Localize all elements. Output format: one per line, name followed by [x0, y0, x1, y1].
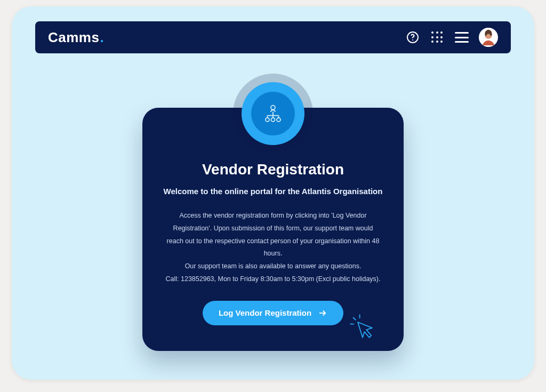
body-line-3: Call: 123852963, Mon to Friday 8:30am to…: [165, 273, 381, 286]
log-vendor-registration-button[interactable]: Log Vendor Registration: [203, 301, 343, 325]
org-chart-icon: [262, 102, 284, 125]
cta-label: Log Vendor Registration: [219, 308, 311, 317]
hamburger-menu-icon[interactable]: [454, 30, 469, 45]
svg-point-4: [271, 106, 275, 110]
brand-logo: Camms.: [48, 29, 104, 46]
user-avatar[interactable]: [479, 28, 498, 47]
card-badge: [233, 74, 313, 154]
top-navbar: Camms.: [35, 21, 511, 53]
svg-point-12: [277, 118, 280, 122]
svg-point-10: [266, 118, 269, 122]
apps-grid-icon[interactable]: [430, 30, 445, 45]
arrow-right-icon: [318, 308, 327, 318]
body-line-1: Access the vendor registration form by c…: [165, 210, 381, 260]
card-subtitle: Welcome to the online portal for the Atl…: [159, 187, 387, 196]
brand-dot: .: [100, 29, 104, 46]
click-cursor-icon: [348, 313, 377, 341]
card-title: Vendor Registration: [159, 161, 387, 178]
svg-point-1: [412, 39, 413, 41]
help-icon[interactable]: [405, 30, 420, 45]
body-line-2: Our support team is also available to an…: [165, 260, 381, 273]
app-frame: Camms.: [12, 6, 534, 380]
card-body: Access the vendor registration form by c…: [159, 210, 387, 286]
vendor-registration-card: Vendor Registration Welcome to the onlin…: [142, 108, 404, 351]
svg-point-11: [271, 118, 275, 122]
svg-line-14: [353, 317, 356, 320]
brand-name: Camms: [48, 29, 99, 46]
